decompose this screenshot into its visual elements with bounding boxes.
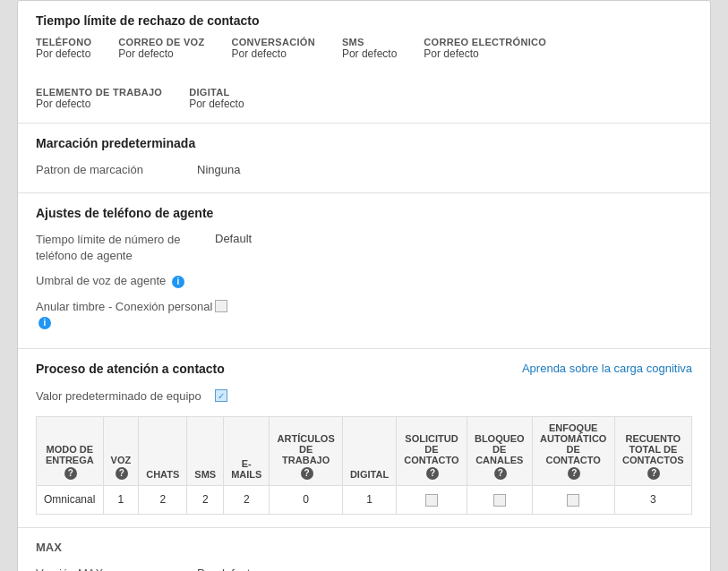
contact-reject-section: Tiempo límite de rechazo de contacto TEL… bbox=[18, 1, 710, 124]
team-default-checkbox[interactable] bbox=[215, 389, 227, 402]
th-chats: CHATS bbox=[139, 416, 187, 485]
agent-ring-label: Anular timbre - Conexión personal i bbox=[36, 299, 215, 331]
contact-process-section: Proceso de atención a contacto Aprenda s… bbox=[18, 349, 710, 528]
main-container: Tiempo límite de rechazo de contacto TEL… bbox=[17, 0, 711, 571]
th-solicitud-help-icon[interactable]: ? bbox=[426, 467, 439, 480]
max-version-value: Por defecto bbox=[197, 567, 257, 571]
max-title: MAX bbox=[36, 541, 692, 554]
table-header-row: MODO DE ENTREGA ? VOZ ? CHATS bbox=[37, 416, 692, 485]
solicitud-checkbox[interactable] bbox=[425, 494, 438, 507]
th-bloqueo-help-icon[interactable]: ? bbox=[494, 467, 507, 480]
th-sms: SMS bbox=[187, 416, 224, 485]
channel-digital-value: Por defecto bbox=[189, 98, 244, 110]
td-chats: 2 bbox=[139, 485, 187, 514]
th-enfoque: ENFOQUE AUTOMÁTICO DE CONTACTO ? bbox=[532, 416, 614, 485]
th-recuento-help-icon[interactable]: ? bbox=[647, 467, 660, 480]
th-articulos: ARTÍCULOS DE TRABAJO ? bbox=[270, 416, 343, 485]
channel-conversacion-label: CONVERSACIÓN bbox=[231, 37, 314, 47]
team-default-row: Valor predeterminado de equipo bbox=[36, 385, 692, 407]
td-voz: 1 bbox=[103, 485, 139, 514]
agent-ring-info-icon[interactable]: i bbox=[39, 317, 51, 329]
th-articulos-help-icon[interactable]: ? bbox=[301, 467, 313, 480]
td-emails: 2 bbox=[224, 485, 270, 514]
td-bloqueo bbox=[467, 485, 532, 514]
table-row: Omnicanal 1 2 2 2 0 1 3 bbox=[37, 485, 692, 514]
cognitive-load-link[interactable]: Aprenda sobre la carga cognitiva bbox=[522, 362, 692, 375]
dialing-label: Patron de marcación bbox=[36, 163, 197, 176]
th-bloqueo: BLOQUEO DE CANALES ? bbox=[467, 416, 532, 485]
channel-elemento-trabajo-value: Por defecto bbox=[36, 98, 162, 110]
channel-list: TELÉFONO Por defecto CORREO DE VOZ Por d… bbox=[36, 37, 692, 110]
enfoque-checkbox[interactable] bbox=[567, 494, 579, 507]
th-solicitud: SOLICITUD DE CONTACTO ? bbox=[397, 416, 467, 485]
td-mode: Omnicanal bbox=[37, 485, 104, 514]
team-default-label: Valor predeterminado de equipo bbox=[36, 389, 215, 403]
bloqueo-checkbox[interactable] bbox=[493, 494, 506, 507]
agent-voice-field: Umbral de voz de agente i bbox=[36, 268, 692, 294]
th-emails: E-MAILS bbox=[224, 416, 270, 485]
dialing-value: Ninguna bbox=[197, 163, 240, 176]
agent-timeout-field: Tiempo límite de número de teléfono de a… bbox=[36, 227, 692, 268]
max-section: MAX Versión MAX Por defecto bbox=[18, 528, 710, 571]
channel-correo-electronico-value: Por defecto bbox=[424, 47, 546, 60]
channel-conversacion: CONVERSACIÓN Por defecto bbox=[231, 37, 314, 60]
td-digital: 1 bbox=[342, 485, 396, 514]
td-solicitud bbox=[397, 485, 467, 514]
max-version-label: Versión MAX bbox=[36, 567, 197, 571]
channel-conversacion-value: Por defecto bbox=[231, 47, 314, 60]
agent-timeout-value: Default bbox=[215, 232, 252, 245]
channel-telefono-value: Por defecto bbox=[36, 47, 91, 60]
channel-correo-voz: CORREO DE VOZ Por defecto bbox=[118, 37, 204, 60]
agent-voice-info-icon[interactable]: i bbox=[172, 276, 184, 288]
channel-sms: SMS Por defecto bbox=[342, 37, 397, 60]
channel-correo-voz-label: CORREO DE VOZ bbox=[118, 37, 204, 47]
th-voz: VOZ ? bbox=[103, 416, 139, 485]
process-header: Proceso de atención a contacto Aprenda s… bbox=[36, 362, 692, 376]
th-mode-help-icon[interactable]: ? bbox=[64, 467, 77, 480]
channel-elemento-trabajo: ELEMENTO DE TRABAJO Por defecto bbox=[36, 87, 162, 110]
th-digital: DIGITAL bbox=[342, 416, 396, 485]
ring-checkbox-display[interactable] bbox=[215, 300, 227, 312]
th-recuento: RECUENTO TOTAL DE CONTACTOS ? bbox=[614, 416, 691, 485]
td-sms: 2 bbox=[187, 485, 224, 514]
th-enfoque-help-icon[interactable]: ? bbox=[568, 467, 580, 480]
max-field-row: Versión MAX Por defecto bbox=[36, 563, 692, 571]
th-mode: MODO DE ENTREGA ? bbox=[37, 416, 104, 485]
agent-ring-field: Anular timbre - Conexión personal i bbox=[36, 294, 692, 336]
agent-voice-label: Umbral de voz de agente i bbox=[36, 273, 215, 289]
channel-correo-electronico-label: CORREO ELECTRÓNICO bbox=[424, 37, 546, 47]
th-voz-help-icon[interactable]: ? bbox=[116, 467, 128, 480]
channel-digital: DIGITAL Por defecto bbox=[189, 87, 244, 110]
process-title: Proceso de atención a contacto bbox=[36, 362, 225, 376]
channel-correo-electronico: CORREO ELECTRÓNICO Por defecto bbox=[424, 37, 546, 60]
channel-telefono-label: TELÉFONO bbox=[36, 37, 91, 47]
td-enfoque bbox=[532, 485, 614, 514]
td-recuento: 3 bbox=[614, 485, 691, 514]
channel-digital-label: DIGITAL bbox=[189, 87, 244, 98]
agent-phone-section: Ajustes de teléfono de agente Tiempo lím… bbox=[18, 193, 710, 349]
agent-ring-checkbox bbox=[215, 299, 227, 313]
agent-phone-title: Ajustes de teléfono de agente bbox=[36, 206, 692, 220]
channel-sms-value: Por defecto bbox=[342, 47, 397, 60]
dialing-field-row: Patron de marcación Ninguna bbox=[36, 159, 692, 180]
channel-telefono: TELÉFONO Por defecto bbox=[36, 37, 91, 60]
contact-reject-title: Tiempo límite de rechazo de contacto bbox=[36, 13, 692, 28]
delivery-table: MODO DE ENTREGA ? VOZ ? CHATS bbox=[36, 416, 692, 515]
channel-correo-voz-value: Por defecto bbox=[118, 47, 204, 60]
td-articulos: 0 bbox=[270, 485, 343, 514]
default-dialing-title: Marcación predeterminada bbox=[36, 136, 692, 150]
default-dialing-section: Marcación predeterminada Patron de marca… bbox=[18, 124, 710, 193]
channel-elemento-trabajo-label: ELEMENTO DE TRABAJO bbox=[36, 87, 162, 98]
agent-timeout-label: Tiempo límite de número de teléfono de a… bbox=[36, 232, 215, 264]
channel-sms-label: SMS bbox=[342, 37, 397, 47]
